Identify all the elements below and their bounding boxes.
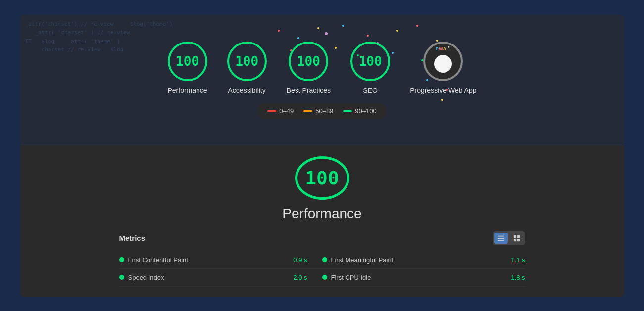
- svg-rect-3: [513, 235, 516, 237]
- svg-rect-2: [497, 240, 503, 241]
- legend-high-label: 90–100: [355, 107, 376, 115]
- best-practices-label: Best Practices: [287, 86, 331, 95]
- main-performance-value: 100: [305, 167, 339, 189]
- top-section: _attr('charset') // re-view $log('theme'…: [20, 15, 624, 146]
- svg-rect-4: [517, 235, 519, 237]
- bottom-section: 100 Performance Metrics: [20, 146, 624, 297]
- metric-dot-left-1: [119, 275, 124, 280]
- metric-dot-left-0: [119, 257, 124, 262]
- score-seo: 100 SEO: [350, 42, 390, 95]
- pwa-circle: PWA ✦: [423, 42, 463, 81]
- performance-value: 100: [176, 54, 199, 69]
- legend-high-dash: [343, 110, 352, 112]
- metric-left-1: Speed Index 2.0 s: [119, 274, 322, 281]
- legend-mid-dash: [303, 110, 312, 112]
- metric-value-right-0: 1.1 s: [511, 256, 525, 264]
- metrics-title: Metrics: [119, 234, 146, 242]
- main-frame: _attr('charset') // re-view $log('theme'…: [20, 15, 624, 297]
- grid-icon: [513, 235, 520, 242]
- pwa-badge: PWA ✦: [436, 45, 451, 51]
- legend-high: 90–100: [343, 107, 376, 115]
- legend-low-dash: [267, 110, 276, 112]
- score-best-practices: 100 Best Practices: [287, 42, 331, 95]
- metric-name-left-1: Speed Index: [128, 274, 164, 281]
- svg-rect-6: [517, 238, 519, 241]
- metrics-section: Metrics: [119, 231, 525, 287]
- accessibility-label: Accessibility: [228, 86, 266, 95]
- metric-dot-right-0: [322, 257, 327, 262]
- toggle-list-view[interactable]: [494, 233, 508, 244]
- metric-dot-right-1: [322, 275, 327, 280]
- pwa-white-circle: [434, 55, 452, 73]
- score-accessibility: 100 Accessibility: [227, 42, 267, 95]
- list-icon: [497, 235, 504, 242]
- score-performance: 100 Performance: [167, 42, 207, 95]
- scores-row: 100 Performance 100 Accessibility 100 Be…: [167, 42, 476, 95]
- legend-mid: 50–89: [303, 107, 333, 115]
- main-performance-circle: 100: [295, 156, 349, 200]
- metric-value-left-0: 0.9 s: [293, 256, 322, 264]
- metric-value-right-1: 1.8 s: [511, 274, 525, 281]
- metrics-header: Metrics: [119, 231, 525, 245]
- metric-row-1: Speed Index 2.0 s First CPU Idle 1.8 s: [119, 269, 525, 287]
- seo-value: 100: [359, 54, 382, 69]
- legend-low-label: 0–49: [279, 107, 294, 115]
- legend-low: 0–49: [267, 107, 294, 115]
- svg-rect-0: [497, 235, 503, 236]
- pwa-label: Progressive Web App: [410, 86, 476, 95]
- accessibility-circle: 100: [227, 42, 267, 81]
- metric-row-0: First Contentful Paint 0.9 s First Meani…: [119, 251, 525, 269]
- accessibility-value: 100: [235, 54, 258, 69]
- seo-circle: 100: [350, 42, 390, 81]
- main-performance-label: Performance: [282, 206, 361, 222]
- metric-right-1: First CPU Idle 1.8 s: [322, 274, 525, 281]
- metric-name-right-1: First CPU Idle: [331, 274, 371, 281]
- metric-name-right-0: First Meaningful Paint: [331, 256, 394, 264]
- svg-rect-1: [497, 238, 503, 239]
- metric-left-0: First Contentful Paint 0.9 s: [119, 256, 322, 264]
- best-practices-value: 100: [297, 54, 320, 69]
- metric-right-0: First Meaningful Paint 1.1 s: [322, 256, 525, 264]
- metric-name-left-0: First Contentful Paint: [128, 256, 188, 264]
- legend: 0–49 50–89 90–100: [257, 103, 386, 119]
- legend-mid-label: 50–89: [315, 107, 333, 115]
- metrics-toggle[interactable]: [493, 231, 525, 245]
- performance-label: Performance: [167, 86, 207, 95]
- performance-circle: 100: [168, 42, 207, 81]
- best-practices-circle: 100: [289, 42, 328, 81]
- toggle-grid-view[interactable]: [510, 233, 524, 244]
- metric-value-left-1: 2.0 s: [293, 274, 322, 281]
- pwa-item: PWA ✦ Progressive Web App: [410, 42, 476, 95]
- svg-rect-5: [513, 238, 516, 241]
- seo-label: SEO: [363, 86, 378, 95]
